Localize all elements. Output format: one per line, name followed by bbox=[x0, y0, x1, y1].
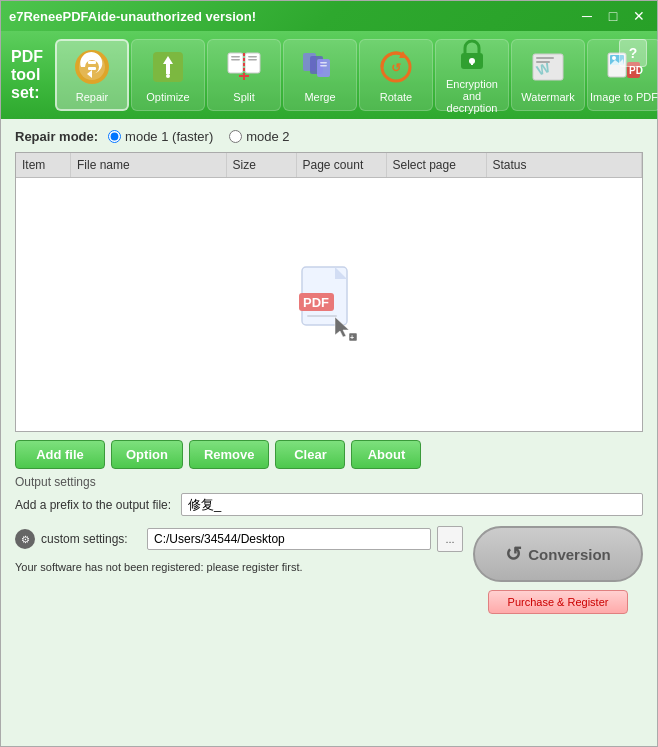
watermark-label: Watermark bbox=[521, 91, 574, 103]
encrypt-label: Encryption and decryption bbox=[436, 78, 508, 114]
purchase-register-button[interactable]: Purchase & Register bbox=[488, 590, 628, 614]
custom-settings-label: custom settings: bbox=[41, 532, 141, 546]
output-settings: Output settings Add a prefix to the outp… bbox=[15, 475, 643, 522]
svg-rect-2 bbox=[88, 61, 96, 64]
close-button[interactable]: ✕ bbox=[629, 6, 649, 26]
repair-mode-options: mode 1 (faster) mode 2 bbox=[108, 129, 290, 144]
mode1-option[interactable]: mode 1 (faster) bbox=[108, 129, 213, 144]
repair-mode-row: Repair mode: mode 1 (faster) mode 2 bbox=[15, 129, 643, 144]
option-button[interactable]: Option bbox=[111, 440, 183, 469]
svg-rect-6 bbox=[166, 64, 170, 74]
help-button[interactable]: ? bbox=[619, 39, 647, 67]
conversion-button[interactable]: ↺ Conversion bbox=[473, 526, 643, 582]
mode1-radio[interactable] bbox=[108, 130, 121, 143]
col-filename: File name bbox=[71, 153, 227, 177]
pdf-placeholder-icon: PDF + bbox=[297, 265, 362, 345]
svg-rect-28 bbox=[536, 57, 554, 59]
custom-settings-row: ⚙ custom settings: ... bbox=[15, 526, 463, 552]
about-button[interactable]: About bbox=[351, 440, 421, 469]
toolbar: PDF tool set: Repair bbox=[1, 31, 657, 119]
register-message: Your software has not been registered: p… bbox=[15, 560, 463, 575]
repair-mode-label: Repair mode: bbox=[15, 129, 98, 144]
svg-text:↺: ↺ bbox=[391, 61, 401, 75]
svg-rect-18 bbox=[320, 62, 327, 64]
svg-point-7 bbox=[166, 74, 170, 78]
split-icon bbox=[224, 47, 264, 87]
mode2-label: mode 2 bbox=[246, 129, 289, 144]
main-window: e7ReneePDFAide-unauthorized version! ─ □… bbox=[0, 0, 658, 747]
repair-label: Repair bbox=[76, 91, 108, 103]
output-prefix-row: Add a prefix to the output file: bbox=[15, 493, 643, 516]
svg-rect-3 bbox=[88, 67, 96, 70]
svg-rect-40 bbox=[307, 315, 337, 317]
prefix-label: Add a prefix to the output file: bbox=[15, 498, 175, 512]
svg-point-32 bbox=[612, 56, 616, 60]
repair-icon bbox=[72, 47, 112, 87]
browse-button[interactable]: ... bbox=[437, 526, 463, 552]
mode2-radio[interactable] bbox=[229, 130, 242, 143]
svg-rect-17 bbox=[317, 59, 330, 77]
add-file-button[interactable]: Add file bbox=[15, 440, 105, 469]
img2pdf-label: Image to PDF bbox=[590, 91, 658, 103]
svg-text:+: + bbox=[350, 334, 354, 341]
svg-text:PDF: PDF bbox=[303, 295, 329, 310]
split-label: Split bbox=[233, 91, 254, 103]
table-body: PDF + bbox=[16, 178, 642, 431]
rotate-label: Rotate bbox=[380, 91, 412, 103]
merge-label: Merge bbox=[304, 91, 335, 103]
conversion-icon: ↺ bbox=[505, 542, 522, 566]
tool-split[interactable]: Split bbox=[207, 39, 281, 111]
optimize-icon bbox=[148, 47, 188, 87]
tools-container: Repair Optimize bbox=[55, 39, 658, 111]
conversion-label: Conversion bbox=[528, 546, 611, 563]
minimize-button[interactable]: ─ bbox=[577, 6, 597, 26]
tool-repair[interactable]: Repair bbox=[55, 39, 129, 111]
action-buttons: Add file Option Remove Clear About bbox=[15, 440, 643, 469]
path-input[interactable] bbox=[147, 528, 431, 550]
bottom-right: ↺ Conversion Purchase & Register bbox=[473, 526, 643, 614]
svg-rect-19 bbox=[320, 65, 327, 67]
svg-rect-13 bbox=[248, 56, 257, 58]
tool-rotate[interactable]: ↺ Rotate bbox=[359, 39, 433, 111]
file-table: Item File name Size Page count Select pa… bbox=[15, 152, 643, 432]
clear-button[interactable]: Clear bbox=[275, 440, 345, 469]
mode2-option[interactable]: mode 2 bbox=[229, 129, 289, 144]
encrypt-icon bbox=[452, 36, 492, 74]
table-header: Item File name Size Page count Select pa… bbox=[16, 153, 642, 178]
watermark-icon: W bbox=[528, 47, 568, 87]
svg-rect-14 bbox=[248, 59, 257, 61]
mode1-label: mode 1 (faster) bbox=[125, 129, 213, 144]
col-size: Size bbox=[227, 153, 297, 177]
pdf-drop-area[interactable]: PDF + bbox=[297, 265, 362, 345]
window-controls: ─ □ ✕ bbox=[577, 6, 649, 26]
output-settings-label: Output settings bbox=[15, 475, 643, 489]
window-title: e7ReneePDFAide-unauthorized version! bbox=[9, 9, 256, 24]
svg-rect-12 bbox=[231, 59, 240, 61]
main-content: Repair mode: mode 1 (faster) mode 2 Item… bbox=[1, 119, 657, 746]
col-selectpage: Select page bbox=[387, 153, 487, 177]
svg-rect-11 bbox=[231, 56, 240, 58]
tool-optimize[interactable]: Optimize bbox=[131, 39, 205, 111]
svg-rect-29 bbox=[536, 61, 550, 63]
tool-merge[interactable]: Merge bbox=[283, 39, 357, 111]
toolbar-title: PDF tool set: bbox=[11, 48, 43, 102]
tool-watermark[interactable]: W Watermark bbox=[511, 39, 585, 111]
svg-rect-25 bbox=[471, 61, 473, 65]
col-item: Item bbox=[16, 153, 71, 177]
prefix-input[interactable] bbox=[181, 493, 643, 516]
remove-button[interactable]: Remove bbox=[189, 440, 270, 469]
optimize-label: Optimize bbox=[146, 91, 189, 103]
settings-gear-icon[interactable]: ⚙ bbox=[15, 529, 35, 549]
title-bar: e7ReneePDFAide-unauthorized version! ─ □… bbox=[1, 1, 657, 31]
col-status: Status bbox=[487, 153, 643, 177]
rotate-icon: ↺ bbox=[376, 47, 416, 87]
merge-icon bbox=[300, 47, 340, 87]
bottom-left: ⚙ custom settings: ... Your software has… bbox=[15, 526, 463, 575]
bottom-row: ⚙ custom settings: ... Your software has… bbox=[15, 526, 643, 614]
tool-encrypt[interactable]: Encryption and decryption bbox=[435, 39, 509, 111]
maximize-button[interactable]: □ bbox=[603, 6, 623, 26]
col-pagecount: Page count bbox=[297, 153, 387, 177]
